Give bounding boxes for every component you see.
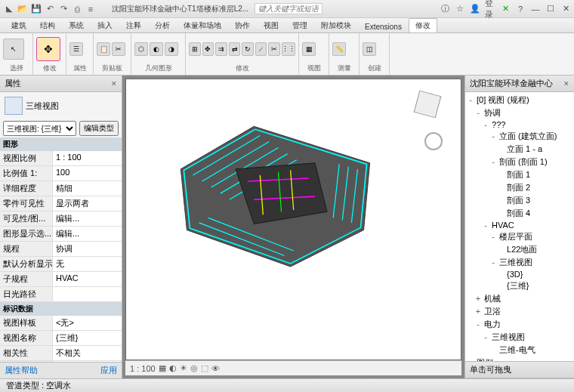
prop-value[interactable]: 编辑... bbox=[53, 227, 122, 241]
tree-expand-icon[interactable]: - bbox=[489, 258, 497, 267]
maximize-icon[interactable]: ☐ bbox=[545, 4, 556, 14]
ribbon-tab-3[interactable]: 插入 bbox=[91, 18, 119, 32]
type-selector[interactable]: 三维视图: {三维} bbox=[3, 121, 76, 136]
tree-item[interactable]: - HVAC bbox=[467, 220, 572, 230]
tree-item[interactable]: 三维-电气 bbox=[467, 344, 572, 357]
tree-item[interactable]: {三维} bbox=[467, 279, 572, 292]
tree-item[interactable]: 剖面 3 bbox=[467, 194, 572, 207]
hide-icon[interactable]: 👁 bbox=[211, 364, 220, 373]
prop-row[interactable]: 零件可见性显示两者 bbox=[0, 196, 122, 211]
tree-item[interactable]: - 电力 bbox=[467, 318, 572, 331]
tree-expand-icon[interactable]: + bbox=[474, 294, 482, 303]
modify-tool-icon[interactable]: ✥ bbox=[36, 37, 60, 61]
viewcube[interactable] bbox=[409, 87, 446, 123]
ribbon-tab-0[interactable]: 建筑 bbox=[5, 18, 33, 32]
prop-value[interactable] bbox=[53, 287, 122, 301]
mirror-icon[interactable]: ⇄ bbox=[229, 42, 241, 56]
exchange-icon[interactable]: ✕ bbox=[500, 4, 511, 14]
tree-item[interactable]: - [0] 视图 (规程) bbox=[467, 94, 572, 106]
tree-item[interactable]: - 剖面 (剖面 1) bbox=[467, 156, 572, 168]
tree-expand-icon[interactable]: - bbox=[482, 120, 489, 129]
ribbon-tab-2[interactable]: 系统 bbox=[62, 18, 91, 32]
create-icon[interactable]: ◫ bbox=[363, 42, 376, 56]
tree-expand-icon[interactable]: - bbox=[489, 232, 497, 241]
prop-row[interactable]: 相关性不相关 bbox=[0, 346, 122, 361]
tree-item[interactable]: - 楼层平面 bbox=[467, 230, 572, 243]
ribbon-tab-10[interactable]: 附加模块 bbox=[314, 18, 358, 32]
properties-help-link[interactable]: 属性帮助 bbox=[5, 365, 38, 376]
tree-item[interactable]: - 三维视图 bbox=[467, 256, 572, 269]
browser-close-icon[interactable]: ✕ bbox=[563, 80, 569, 88]
properties-icon[interactable]: ☰ bbox=[69, 42, 83, 56]
user-icon[interactable]: 👤 bbox=[470, 4, 480, 14]
prop-row[interactable]: 默认分析显示...无 bbox=[0, 257, 122, 272]
tree-expand-icon[interactable]: + bbox=[474, 307, 482, 316]
search-input[interactable] bbox=[255, 3, 322, 14]
sun-path-icon[interactable]: ☀ bbox=[180, 363, 187, 373]
prop-value[interactable]: 协调 bbox=[53, 242, 122, 256]
paste-icon[interactable]: 📋 bbox=[97, 42, 110, 56]
qat-icon[interactable]: ≡ bbox=[85, 3, 97, 15]
tree-item[interactable]: - 立面 (建筑立面) bbox=[467, 130, 572, 143]
select-tool-icon[interactable]: ↖ bbox=[3, 39, 24, 60]
prop-row[interactable]: 比例值 1:100 bbox=[0, 166, 122, 181]
prop-row[interactable]: 日光路径 bbox=[0, 287, 122, 302]
crop-icon[interactable]: ⬚ bbox=[201, 363, 208, 373]
prop-row[interactable]: 可见性/图...编辑... bbox=[0, 211, 122, 227]
tree-expand-icon[interactable]: - bbox=[489, 157, 497, 166]
visual-style-icon[interactable]: ◐ bbox=[169, 363, 177, 373]
prop-value[interactable]: 不相关 bbox=[53, 346, 122, 360]
ribbon-tab-5[interactable]: 分析 bbox=[148, 18, 177, 32]
ribbon-tab-1[interactable]: 结构 bbox=[33, 18, 62, 32]
tree-item[interactable]: + 机械 bbox=[467, 292, 572, 305]
help2-icon[interactable]: ? bbox=[515, 4, 526, 14]
tree-expand-icon[interactable]: - bbox=[482, 221, 489, 230]
prop-row[interactable]: 子规程HVAC bbox=[0, 272, 122, 287]
tree-expand-icon[interactable]: - bbox=[474, 108, 482, 117]
join-icon[interactable]: ◑ bbox=[165, 42, 178, 56]
undo-icon[interactable]: ↶ bbox=[44, 3, 56, 15]
redo-icon[interactable]: ↷ bbox=[57, 3, 69, 15]
prop-row[interactable]: 视图比例1 : 100 bbox=[0, 151, 122, 166]
prop-row[interactable]: 视图样板<无> bbox=[0, 316, 122, 331]
view-icon[interactable]: ▦ bbox=[302, 42, 316, 56]
ribbon-tab-7[interactable]: 协作 bbox=[228, 18, 257, 32]
tree-item[interactable]: - 协调 bbox=[467, 106, 572, 119]
ribbon-tab-11[interactable]: Extensions bbox=[358, 20, 409, 32]
tree-item[interactable]: - 三维视图 bbox=[467, 331, 572, 344]
prop-value[interactable]: 1 : 100 bbox=[53, 151, 122, 165]
ribbon-tab-8[interactable]: 视图 bbox=[257, 18, 285, 32]
measure-icon[interactable]: 📏 bbox=[332, 42, 346, 56]
prop-row[interactable]: 规程协调 bbox=[0, 242, 122, 257]
prop-row[interactable]: 视图名称{三维} bbox=[0, 331, 122, 346]
shadows-icon[interactable]: ◎ bbox=[190, 363, 198, 373]
edit-type-button[interactable]: 编辑类型 bbox=[79, 121, 119, 136]
save-icon[interactable]: 💾 bbox=[30, 3, 42, 15]
tree-item[interactable]: - ??? bbox=[467, 119, 572, 130]
prop-value[interactable]: <无> bbox=[53, 316, 122, 330]
align-icon[interactable]: ⊞ bbox=[189, 42, 201, 56]
tree-item[interactable]: + 卫浴 bbox=[467, 305, 572, 318]
viewport-3d[interactable] bbox=[125, 79, 461, 360]
detail-level-icon[interactable]: ▦ bbox=[159, 363, 166, 373]
tree-item[interactable]: 剖面 1 bbox=[467, 168, 572, 181]
prop-row[interactable]: 详细程度精细 bbox=[0, 181, 122, 196]
app-menu-icon[interactable]: ◣ bbox=[3, 3, 15, 15]
minimize-icon[interactable]: — bbox=[530, 4, 541, 14]
rotate-icon[interactable]: ↻ bbox=[242, 42, 254, 56]
prop-value[interactable]: 精细 bbox=[53, 181, 122, 196]
tree-item[interactable]: L22地面 bbox=[467, 243, 572, 256]
ribbon-tab-6[interactable]: 体量和场地 bbox=[177, 18, 228, 32]
prop-value[interactable]: 100 bbox=[53, 166, 122, 181]
ribbon-tab-9[interactable]: 管理 bbox=[285, 18, 314, 32]
prop-value[interactable]: 显示两者 bbox=[53, 196, 122, 211]
login-link[interactable]: 登录 bbox=[485, 4, 495, 14]
offset-icon[interactable]: ⇉ bbox=[215, 42, 227, 56]
tree-expand-icon[interactable]: - bbox=[482, 332, 489, 341]
prop-value[interactable]: HVAC bbox=[53, 272, 122, 286]
help-icon[interactable]: ⓘ bbox=[440, 4, 450, 14]
tree-item[interactable]: 剖面 2 bbox=[467, 181, 572, 194]
tree-expand-icon[interactable]: - bbox=[467, 95, 474, 104]
cut-icon[interactable]: ✂ bbox=[112, 42, 125, 56]
tree-item[interactable]: 剖面 4 bbox=[467, 207, 572, 220]
